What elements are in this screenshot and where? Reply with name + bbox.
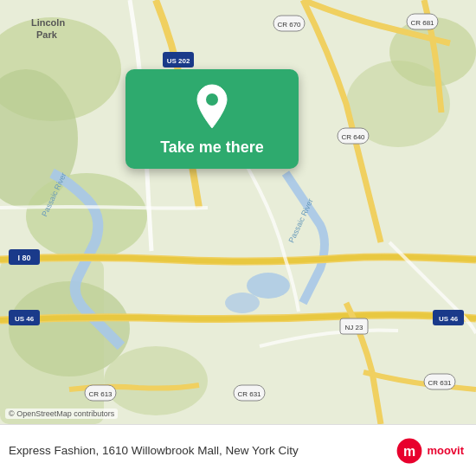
svg-text:CR 640: CR 640	[341, 133, 365, 141]
map-pin-icon	[189, 83, 235, 130]
moovit-icon: m	[396, 437, 423, 465]
svg-text:CR 681: CR 681	[410, 19, 434, 27]
location-card[interactable]: Take me there	[125, 69, 299, 169]
map-container: I 80 US 202 US 46 US 46 CR 670 CR 640 CR…	[0, 0, 476, 424]
footer-bar: Express Fashion, 1610 Willowbrook Mall, …	[0, 424, 476, 476]
osm-attribution: © OpenStreetMap contributors	[5, 408, 118, 419]
svg-text:NJ 23: NJ 23	[345, 324, 363, 331]
map-background: I 80 US 202 US 46 US 46 CR 670 CR 640 CR…	[0, 0, 476, 424]
moovit-text: moovit	[427, 444, 464, 457]
location-label: Express Fashion, 1610 Willowbrook Mall, …	[9, 443, 299, 459]
svg-point-7	[104, 346, 208, 415]
svg-text:US 202: US 202	[167, 57, 190, 65]
svg-text:CR 613: CR 613	[88, 390, 113, 398]
svg-point-37	[206, 93, 218, 106]
svg-point-10	[225, 293, 260, 313]
svg-point-9	[247, 273, 290, 299]
svg-text:US 46: US 46	[15, 315, 35, 323]
svg-text:Lincoln: Lincoln	[31, 17, 65, 28]
moovit-logo: m moovit	[396, 437, 464, 465]
svg-text:CR 631: CR 631	[428, 379, 452, 387]
svg-text:CR 670: CR 670	[277, 21, 301, 29]
svg-text:m: m	[403, 443, 415, 458]
svg-text:US 46: US 46	[439, 315, 459, 323]
svg-text:I 80: I 80	[17, 254, 30, 262]
take-me-there-button[interactable]: Take me there	[160, 138, 264, 157]
svg-text:CR 631: CR 631	[237, 390, 261, 398]
svg-text:Park: Park	[36, 29, 58, 40]
